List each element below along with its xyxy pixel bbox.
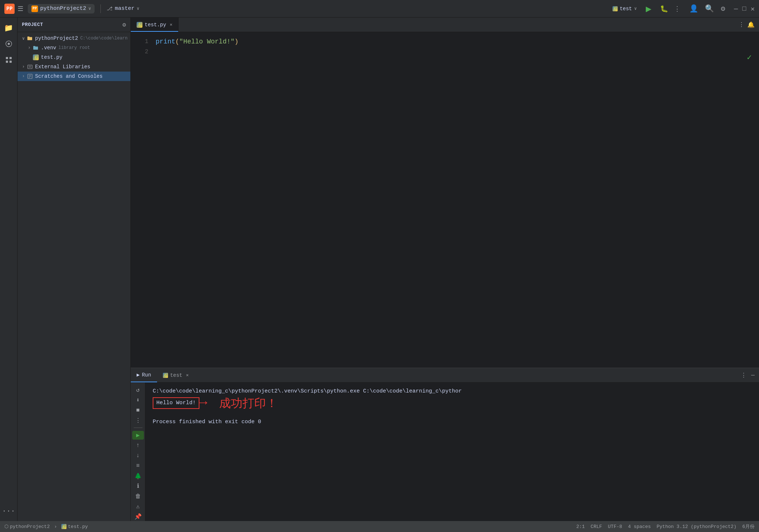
main-area: 📁 ··· Project ⚙ [0,18,759,521]
panel-tab-test-icon: 🐍 [163,373,168,378]
status-file-name: test.py [68,524,88,529]
tab-testpy[interactable]: 🐍 test.py ✕ [131,18,179,32]
line-num-1: 1 [131,37,148,47]
status-project-icon: ⬡ [4,524,8,529]
panel-options-icon[interactable]: ⋮ [132,416,144,425]
user-icon[interactable]: 👤 [689,4,698,13]
status-encoding[interactable]: UTF-8 [608,524,622,529]
more-options-icon[interactable]: ⋮ [674,5,680,13]
status-project[interactable]: ⬡ pythonProject2 [4,524,50,529]
status-right: 2:1 CRLF UTF-8 4 spaces Python 3.12 (pyt… [576,523,755,530]
folder-icon [26,35,34,42]
debug-button[interactable]: 🐛 [660,5,668,13]
panel-trash-icon[interactable]: 🗑 [132,492,144,501]
svg-point-1 [8,43,10,45]
tree-item-external-libs[interactable]: › External Libraries [18,62,130,72]
editor-area: 🐍 test.py ✕ ⋮ 🔔 1 2 print("Hel [131,18,759,521]
tree-item-venv[interactable]: › .venv library root [18,43,130,53]
svg-rect-6 [28,65,32,69]
panel-scroll-icon[interactable]: ⬇ [132,396,144,405]
editor-tab-bar: 🐍 test.py ✕ ⋮ 🔔 [131,18,759,32]
panel-reload-icon[interactable]: ↺ [132,386,144,394]
tree-chevron-scratches: › [20,74,26,79]
status-project-name: pythonProject2 [10,524,50,529]
project-selector[interactable]: PP pythonProject2 ∨ [28,4,95,14]
editor-content[interactable]: print("Hello World!") [153,32,759,368]
menu-icon[interactable]: ☰ [18,5,23,13]
panel-info-icon[interactable]: ℹ [132,482,144,490]
panel-tree-icon[interactable]: 🌲 [132,472,144,481]
status-indent[interactable]: 4 spaces [628,524,651,529]
panel-warning-icon[interactable]: ⚠ [132,502,144,511]
tree-item-scratches[interactable]: › Scratches and Consoles [18,72,130,81]
titlebar-divider [100,4,101,13]
maximize-button[interactable]: □ [742,5,746,12]
terminal-output-row: Hello World! → 成功打印！ [153,397,752,409]
titlebar-actions: 🐍 test ∨ ▶ 🐛 ⋮ [613,3,681,15]
tree-label-testpy: test.py [41,54,62,60]
panel-align-icon[interactable]: ≡ [132,462,144,470]
line-numbers: 1 2 [131,32,153,368]
status-cursor-pos[interactable]: 2:1 [576,524,585,529]
status-line-ending[interactable]: CRLF [591,524,602,529]
panel-collapse-icon[interactable]: — [751,372,755,379]
panel-run-icon[interactable]: ▶ [132,431,144,440]
run-config-icon: 🐍 [613,6,618,11]
tree-chevron-extlibs: › [20,64,26,69]
project-icon: PP [31,5,38,12]
tab-close-icon[interactable]: ✕ [170,22,172,27]
run-config-chevron-icon: ∨ [634,6,637,11]
close-button[interactable]: ✕ [751,5,755,13]
panel-pin-icon[interactable]: 📌 [132,512,144,521]
tab-bar-more-icon[interactable]: ⋮ [739,21,744,28]
venv-folder-icon [32,44,39,51]
activity-more-icon[interactable]: ··· [1,504,16,518]
svg-rect-2 [6,57,8,59]
status-date: 6月份 [742,523,755,530]
code-string: "Hello World!" [179,37,234,47]
activity-structure-icon[interactable] [1,53,16,67]
sidebar-header: Project ⚙ [18,18,130,32]
panel-tab-test[interactable]: 🐍 test ✕ [157,368,195,382]
activity-git-icon[interactable] [1,37,16,51]
status-interpreter[interactable]: Python 3.12 (pythonProject2) [657,524,736,529]
tree-item-root[interactable]: ∨ pythonProject2 C:\code\code\learn [18,34,130,43]
panel-more-icon[interactable]: ⋮ [741,372,747,379]
panel-tab-test-close[interactable]: ✕ [186,372,188,378]
branch-selector[interactable]: ⎇ master ∨ [107,5,139,12]
activity-files-icon[interactable]: 📁 [1,20,16,35]
search-icon[interactable]: 🔍 [705,4,714,13]
panel-down-icon[interactable]: ↓ [132,451,144,460]
svg-rect-3 [9,57,12,59]
tree-chevron-venv: › [26,45,32,50]
activity-bar: 📁 ··· [0,18,18,521]
run-button[interactable]: ▶ [642,3,654,15]
tree-label-root: pythonProject2 [35,35,78,41]
svg-rect-5 [9,61,12,63]
terminal-content[interactable]: C:\code\code\learning_c\pythonProject2\.… [145,383,759,521]
branch-chevron-icon: ∨ [137,6,139,11]
sidebar-title: Project [22,22,43,27]
minimize-button[interactable]: — [734,5,738,12]
tree-chevron-root: ∨ [20,36,26,41]
tab-bar-bell-icon[interactable]: 🔔 [747,21,755,28]
project-chevron-icon: ∨ [88,6,91,11]
panel-tab-run[interactable]: ▶ Run [131,368,157,382]
editor-container: 1 2 print("Hello World!") ✓ [131,32,759,368]
titlebar: PP ☰ PP pythonProject2 ∨ ⎇ master ∨ 🐍 te… [0,0,759,18]
tree-item-testpy[interactable]: 🐍 test.py [18,53,130,62]
tab-bar-actions: ⋮ 🔔 [739,21,759,28]
panel-actions: ⋮ — [741,372,759,379]
status-file[interactable]: 🐍 test.py [61,524,88,529]
terminal-cmd-line: C:\code\code\learning_c\pythonProject2\.… [153,387,752,396]
sidebar-settings-icon[interactable]: ⚙ [122,21,126,28]
tree-sublabel-root: C:\code\code\learn [80,36,128,41]
run-config[interactable]: 🐍 test ∨ [613,6,637,12]
panel-up-icon[interactable]: ↑ [132,441,144,450]
external-libs-icon [26,63,34,70]
code-line-1: print("Hello World!") [156,37,759,47]
panel-tab-bar: ▶ Run 🐍 test ✕ ⋮ — [131,368,759,383]
terminal-output-box: Hello World! [153,397,199,409]
settings-icon[interactable]: ⚙ [721,4,725,13]
panel-stop-icon[interactable]: ■ [132,406,144,415]
